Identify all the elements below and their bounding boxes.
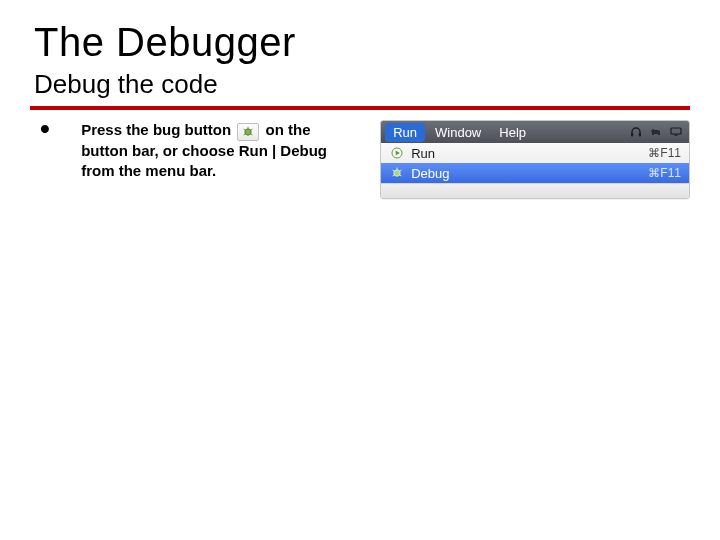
svg-point-0 bbox=[245, 129, 251, 135]
page-title: The Debugger bbox=[34, 20, 690, 65]
bullet: • bbox=[40, 120, 61, 138]
headphones-icon bbox=[627, 124, 645, 140]
menu-screenshot: Run Window Help bbox=[380, 120, 690, 199]
svg-rect-10 bbox=[675, 135, 678, 136]
svg-rect-7 bbox=[639, 133, 641, 137]
svg-line-2 bbox=[244, 129, 246, 130]
debug-icon bbox=[389, 165, 405, 181]
menuitem-debug-label: Debug bbox=[411, 166, 642, 181]
divider bbox=[30, 106, 690, 110]
menuitem-run-label: Run bbox=[411, 146, 642, 161]
run-icon bbox=[389, 145, 405, 161]
svg-line-3 bbox=[251, 129, 253, 130]
body-row: • Press the bug button on the button bar… bbox=[30, 120, 690, 199]
svg-point-13 bbox=[394, 170, 400, 176]
svg-point-8 bbox=[651, 129, 655, 133]
svg-line-16 bbox=[400, 170, 402, 171]
menuitem-run[interactable]: Run ⌘F11 bbox=[381, 143, 689, 163]
menubar: Run Window Help bbox=[381, 121, 689, 143]
svg-line-15 bbox=[393, 170, 395, 171]
svg-rect-6 bbox=[631, 133, 633, 137]
svg-line-18 bbox=[400, 175, 402, 176]
menu-help[interactable]: Help bbox=[491, 123, 534, 142]
menuitem-run-shortcut: ⌘F11 bbox=[648, 146, 681, 160]
slide: The Debugger Debug the code • Press the … bbox=[0, 0, 720, 540]
display-icon bbox=[667, 124, 685, 140]
bug-icon bbox=[237, 123, 259, 141]
svg-rect-9 bbox=[671, 128, 681, 134]
page-subtitle: Debug the code bbox=[34, 69, 690, 100]
body-part-1: Press the bug button bbox=[81, 121, 235, 138]
menu-run[interactable]: Run bbox=[385, 123, 425, 142]
svg-line-4 bbox=[244, 134, 246, 135]
menuitem-debug[interactable]: Debug ⌘F11 bbox=[381, 163, 689, 183]
toolbar-strip bbox=[381, 183, 689, 198]
menuitem-debug-shortcut: ⌘F11 bbox=[648, 166, 681, 180]
svg-line-5 bbox=[251, 134, 253, 135]
svg-line-17 bbox=[393, 175, 395, 176]
body-text: Press the bug button on the button bar, … bbox=[81, 120, 360, 181]
dropdown: Run ⌘F11 Debug bbox=[381, 143, 689, 183]
menu-window[interactable]: Window bbox=[427, 123, 489, 142]
elephant-icon bbox=[647, 124, 665, 140]
